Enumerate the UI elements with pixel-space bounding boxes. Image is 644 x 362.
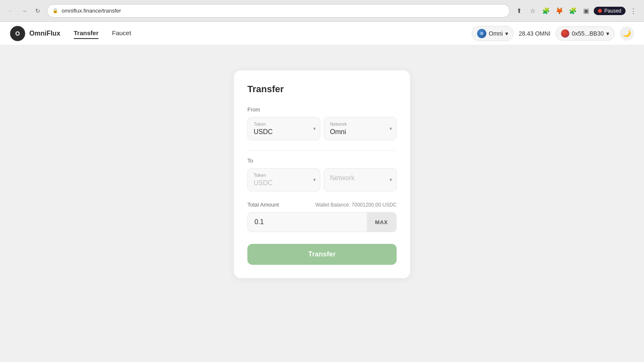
to-token-selector[interactable]: Token USDC ▾ [247, 168, 320, 191]
to-token-chevron-icon: ▾ [313, 177, 316, 183]
logo-area: O OmniFlux [10, 26, 60, 41]
nav-transfer[interactable]: Transfer [74, 28, 99, 39]
back-button[interactable]: ← [5, 5, 17, 17]
menu-button[interactable]: ⋮ [627, 5, 639, 17]
main-content: Transfer From Token USDC ▾ Network Omni … [0, 45, 644, 362]
browser-nav-buttons: ← → ↻ [5, 5, 44, 17]
wallet-balance-text: Wallet Balance: 70001200.00 USDC [315, 202, 397, 208]
logo-text: OmniFlux [29, 30, 60, 37]
app-header: O OmniFlux Transfer Faucet ⊙ Omni ▾ 28.4… [0, 22, 644, 45]
from-section: From Token USDC ▾ Network Omni ▾ [247, 106, 397, 140]
extension-puzzle2-button[interactable]: 🧩 [567, 5, 579, 17]
logo-initial: O [16, 30, 20, 37]
browser-actions: ⬆ ☆ 🧩 🦊 🧩 ▣ Paused ⋮ [513, 5, 639, 17]
layout-button[interactable]: ▣ [580, 5, 592, 17]
paused-dot [598, 9, 602, 13]
to-token-label: Token [254, 173, 314, 178]
to-network-selector[interactable]: Network ▾ [324, 168, 397, 191]
to-label: To [247, 158, 397, 164]
browser-chrome: ← → ↻ 🔒 omniflux.finance/transfer ⬆ ☆ 🧩 … [0, 0, 644, 22]
from-network-value: Omni [330, 128, 390, 136]
wallet-chevron-icon: ▾ [606, 30, 609, 37]
nav-faucet[interactable]: Faucet [112, 28, 131, 39]
amount-header: Total Amount Wallet Balance: 70001200.00… [247, 202, 397, 208]
to-token-value: USDC [254, 179, 314, 187]
amount-input-row: MAX [247, 212, 397, 232]
dark-mode-toggle[interactable]: 🌙 [620, 26, 634, 41]
to-network-chevron-icon: ▾ [390, 177, 392, 183]
wallet-address-text: 0x55...BB30 [572, 30, 604, 37]
forward-button[interactable]: → [18, 5, 30, 17]
share-button[interactable]: ⬆ [513, 5, 525, 17]
url-text: omniflux.finance/transfer [62, 8, 121, 14]
wallet-address-button[interactable]: 0x55...BB30 ▾ [556, 26, 615, 41]
from-network-label: Network [330, 122, 390, 127]
card-title: Transfer [247, 84, 397, 95]
max-button[interactable]: MAX [367, 212, 396, 232]
transfer-button[interactable]: Transfer [247, 244, 397, 265]
from-token-label: Token [254, 122, 314, 127]
to-network-placeholder: Network [330, 174, 390, 182]
wallet-balance-value: 70001200.00 USDC [352, 202, 397, 208]
bookmark-button[interactable]: ☆ [527, 5, 538, 17]
from-network-chevron-icon: ▾ [390, 126, 392, 132]
lock-icon: 🔒 [52, 8, 58, 13]
from-token-selector[interactable]: Token USDC ▾ [247, 117, 320, 140]
extension-fox-button[interactable]: 🦊 [553, 5, 565, 17]
amount-input[interactable] [248, 212, 367, 232]
nav-links: Transfer Faucet [74, 28, 458, 39]
from-field-row: Token USDC ▾ Network Omni ▾ [247, 117, 397, 140]
wallet-balance-label: Wallet Balance: [315, 202, 350, 208]
from-token-value: USDC [254, 128, 314, 136]
from-token-chevron-icon: ▾ [313, 126, 316, 132]
paused-badge[interactable]: Paused [594, 7, 626, 15]
amount-label: Total Amount [247, 202, 279, 208]
section-divider [247, 150, 397, 151]
balance-display: 28.43 OMNI [519, 30, 550, 37]
extension-puzzle-button[interactable]: 🧩 [540, 5, 552, 17]
network-selector[interactable]: ⊙ Omni ▾ [472, 26, 514, 41]
header-right: ⊙ Omni ▾ 28.43 OMNI 0x55...BB30 ▾ 🌙 [472, 26, 634, 41]
paused-label: Paused [604, 8, 621, 14]
network-name: Omni [489, 30, 503, 37]
network-icon: ⊙ [477, 29, 486, 38]
logo-circle: O [10, 26, 25, 41]
wallet-avatar-icon [561, 29, 569, 38]
reload-button[interactable]: ↻ [32, 5, 44, 17]
transfer-card: Transfer From Token USDC ▾ Network Omni … [234, 70, 410, 278]
amount-section: Total Amount Wallet Balance: 70001200.00… [247, 202, 397, 232]
network-chevron-icon: ▾ [505, 30, 508, 37]
to-field-row: Token USDC ▾ Network ▾ [247, 168, 397, 191]
from-network-selector[interactable]: Network Omni ▾ [324, 117, 397, 140]
to-section: To Token USDC ▾ Network ▾ [247, 158, 397, 191]
address-bar[interactable]: 🔒 omniflux.finance/transfer [47, 4, 510, 18]
from-label: From [247, 106, 397, 113]
